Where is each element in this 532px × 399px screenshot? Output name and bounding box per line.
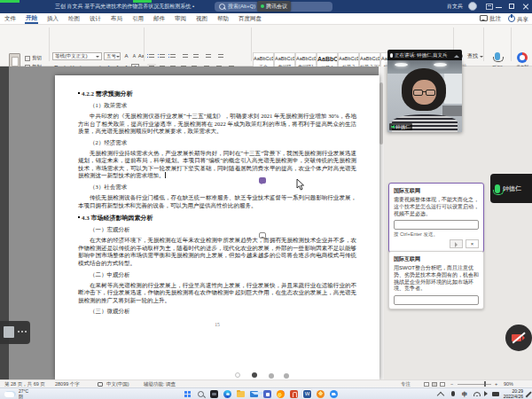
meeting-mic-indicator[interactable]: 钟德仁	[490, 174, 532, 203]
comment-reply-input[interactable]	[394, 295, 479, 305]
tab-help[interactable]: 帮助	[216, 15, 230, 23]
doc-heading: 4.3 市场经济影响因素分析	[78, 214, 356, 223]
zoom-slider[interactable]	[458, 384, 491, 385]
share-button[interactable]: 共享	[508, 15, 528, 24]
desktop: 三创 肖文兵 基于高光谱技术的作物营养状况无损检测系统 • 搜索(Alt+Q) …	[0, 0, 532, 399]
windows-ink-pen-icon[interactable]	[526, 391, 532, 397]
dark-app-button[interactable]	[209, 389, 219, 399]
restore-button[interactable]	[506, 0, 519, 13]
comment-card[interactable]: 国际互联网 用SWOT整合分析吧，而且注意优势、劣势是技术本身固有的，机会和挑战…	[388, 251, 484, 309]
tab-design[interactable]: 设计	[89, 15, 102, 23]
taskbar-search-button[interactable]	[196, 389, 206, 399]
word-button-active[interactable]	[302, 389, 312, 399]
weather-condition: 阴	[19, 395, 28, 399]
comment-reply-input[interactable]	[394, 220, 479, 230]
word-status-bar: 第 28 页，共 69 页 28099 个字 中文(中国) 辅助功能: 调查 专…	[0, 379, 532, 387]
font-size-select[interactable]: 五号	[104, 52, 121, 60]
scrollbar-thumb[interactable]	[379, 82, 383, 145]
overlay-dot[interactable]	[252, 372, 257, 378]
firefox-icon	[277, 390, 285, 398]
web-layout-icon[interactable]	[440, 382, 445, 387]
comment-anchor-icon[interactable]	[259, 177, 266, 184]
tencent-meeting-chip[interactable]: 腾讯会议	[257, 1, 291, 12]
minimize-button[interactable]	[493, 0, 505, 13]
start-button[interactable]	[183, 389, 192, 399]
comment-anchor-icon[interactable]	[259, 232, 266, 239]
windows-logo-icon	[184, 391, 191, 397]
doc-paragraph: 传统无损检测设备行业门槛低，存在缺乏统一标准服务、缺乏专业技术监督等一系列问题影…	[78, 194, 356, 209]
proofing-icon[interactable]	[98, 382, 103, 387]
overlay-dot[interactable]	[269, 373, 274, 379]
account-avatar[interactable]	[468, 2, 477, 11]
grow-font-button[interactable]: A	[122, 52, 130, 60]
meeting-speaking-bar[interactable]: 正在讲话: 钟德仁,肖文兵	[387, 50, 462, 60]
windows-taskbar: 27°C 阴 中 20:29 2022/4/26	[0, 387, 532, 399]
tab-layout[interactable]: 布局	[110, 15, 123, 23]
firefox-button[interactable]	[276, 389, 286, 399]
blue-tile-app-button[interactable]	[262, 389, 272, 399]
document-page[interactable]: 4.2.2 需求预测分析 （1）政策需求 中共印发的《无损检测仪器行业发展“十三…	[55, 75, 379, 379]
tab-view[interactable]: 视图	[195, 15, 208, 23]
floating-dock-widget[interactable]	[0, 321, 30, 344]
overlay-dot[interactable]	[235, 372, 240, 378]
camera-off-button[interactable]	[505, 325, 532, 351]
tray-overflow-chevron-icon[interactable]	[437, 392, 444, 399]
decrease-indent-button[interactable]	[181, 52, 190, 60]
speaking-mic-icon	[390, 53, 393, 58]
doc-subheading: （一）宏观分析	[78, 226, 356, 234]
account-name[interactable]: 肖文兵	[447, 0, 463, 13]
meeting-video-tile[interactable]: 钟德仁	[387, 60, 462, 132]
video-desk	[442, 106, 462, 116]
tray-mic-icon[interactable]	[451, 391, 455, 396]
volume-icon[interactable]	[484, 391, 490, 396]
weather-cloud-icon[interactable]	[4, 391, 16, 397]
taskbar-clock[interactable]: 20:29 2022/4/26	[502, 389, 523, 399]
show-formatting-marks-button[interactable]	[216, 52, 225, 60]
close-button[interactable]	[520, 0, 532, 13]
file-explorer-button[interactable]	[236, 389, 246, 399]
comment-send-hint: 按 Ctrl+Enter 发送。	[394, 231, 479, 238]
tab-home[interactable]: 开始	[25, 14, 38, 24]
print-layout-icon[interactable]	[432, 382, 437, 387]
ime-indicator[interactable]: 中	[462, 391, 468, 399]
tray-camera-icon[interactable]	[492, 392, 499, 396]
weather-widget[interactable]: 27°C 阴	[19, 389, 28, 399]
comment-send-button[interactable]	[450, 239, 463, 248]
tab-draw[interactable]: 绘图	[67, 15, 81, 23]
tab-mailings[interactable]: 邮件	[153, 15, 166, 23]
orange-app-button[interactable]	[316, 389, 325, 399]
bullets-button[interactable]	[147, 52, 156, 60]
doc-heading: 4.2.2 需求预测分析	[78, 90, 356, 98]
read-mode-icon[interactable]	[424, 382, 429, 387]
tab-file[interactable]: 文件	[4, 15, 17, 23]
edge-button[interactable]	[223, 389, 232, 399]
tab-insert[interactable]: 插入	[46, 15, 59, 23]
tab-review[interactable]: 审阅	[174, 15, 187, 23]
glasses-bridge	[422, 91, 426, 92]
zoom-slider-thumb[interactable]	[484, 381, 486, 387]
dictate-mic-icon	[495, 52, 500, 60]
overlay-dot[interactable]	[284, 373, 289, 379]
sort-button[interactable]	[204, 52, 213, 60]
dark-app-icon	[210, 390, 218, 398]
cut-button[interactable]: 剪切	[25, 54, 48, 62]
tab-references[interactable]: 引用	[131, 15, 145, 23]
comment-card-active[interactable]: 国际互联网 需要视频整体体现，不能大而化之，这个技术是怎么运行可以设置启动，视频…	[388, 183, 484, 253]
mouse-cursor	[296, 179, 305, 191]
wifi-icon[interactable]	[473, 392, 481, 396]
multilevel-list-button[interactable]	[168, 52, 177, 60]
tab-baidu-netdisk[interactable]: 百度网盘	[238, 15, 262, 23]
tencent-meeting-button[interactable]	[329, 389, 339, 399]
numbering-button[interactable]	[158, 52, 167, 60]
clipboard-icon	[9, 53, 20, 67]
font-name-select[interactable]: 等线(中文正文)	[52, 52, 102, 60]
powerpoint-button[interactable]	[289, 389, 299, 399]
comment-cancel-button[interactable]: ×	[466, 239, 479, 248]
ribbon-display-options-icon[interactable]	[486, 4, 493, 10]
doc-paragraph: 无损检测行业持续需求火热，产业发展长期导向好，同时在“十三五”背景下，我国无损检…	[78, 150, 356, 180]
tencent-meeting-icon	[330, 390, 338, 398]
increase-indent-button[interactable]	[192, 52, 200, 60]
dock-dot	[18, 331, 20, 332]
comments-button[interactable]: 批注	[480, 15, 501, 23]
mail-button[interactable]	[249, 389, 259, 399]
